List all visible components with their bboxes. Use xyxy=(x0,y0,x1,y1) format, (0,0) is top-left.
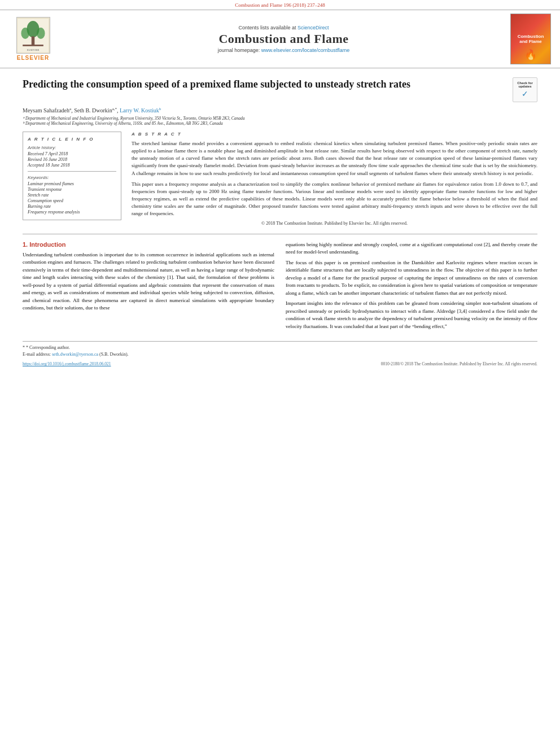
paper-content: Predicting the consumption speed of a pr… xyxy=(0,68,560,373)
svg-text:ELSEVIER: ELSEVIER xyxy=(27,49,40,51)
copyright-line: © 2018 The Combustion Institute. Publish… xyxy=(132,221,537,226)
intro-para-2: equations being highly nonlinear and str… xyxy=(286,241,537,256)
article-info-header: A R T I C L E I N F O xyxy=(28,137,116,142)
history-header: Article history: xyxy=(28,145,116,150)
abstract-paragraph-2: This paper uses a frequency response ana… xyxy=(132,181,537,217)
intro-body-right: equations being highly nonlinear and str… xyxy=(286,241,537,331)
email-link[interactable]: seth.dworkin@ryerson.ca xyxy=(52,352,98,357)
keyword-1: Laminar premixed flames xyxy=(28,181,116,186)
keyword-3: Stretch rate xyxy=(28,193,116,198)
introduction-title: 1. Introduction xyxy=(23,241,274,248)
svg-rect-5 xyxy=(23,45,43,46)
footer-section: * * Corresponding author. E-mail address… xyxy=(23,341,537,366)
cover-flame-icon: 🔥 xyxy=(511,49,550,61)
keyword-5: Burning rate xyxy=(28,204,116,209)
svg-point-3 xyxy=(21,27,29,38)
journal-cover: Combustionand Flame 🔥 xyxy=(510,14,551,64)
keywords-header: Keywords: xyxy=(28,175,116,180)
journal-header: ELSEVIER ELSEVIER Contents lists availab… xyxy=(0,10,560,68)
homepage-link[interactable]: www.elsevier.com/locate/combustflame xyxy=(261,47,350,53)
elsevier-logo-image: ELSEVIER xyxy=(16,17,50,54)
introduction-section: 1. Introduction Understanding turbulent … xyxy=(23,241,537,334)
doi-link[interactable]: https://doi.org/10.1016/j.combustflame.2… xyxy=(23,361,111,366)
top-bar: Combustion and Flame 196 (2018) 237–248 xyxy=(0,0,560,10)
homepage-line: journal homepage: www.elsevier.com/locat… xyxy=(63,47,505,53)
sciencedirect-link[interactable]: ScienceDirect xyxy=(298,25,329,30)
elsevier-logo: ELSEVIER ELSEVIER xyxy=(9,17,57,61)
intro-col-right: equations being highly nonlinear and str… xyxy=(286,241,537,334)
corresponding-note: * * Corresponding author. xyxy=(23,345,537,350)
journal-link[interactable]: Combustion and Flame xyxy=(235,2,282,8)
abstract-header: A B S T R A C T xyxy=(132,132,537,137)
affiliation-a: ᵃ Department of Mechanical and Industria… xyxy=(23,116,537,121)
intro-body-left: Understanding turbulent combustion is im… xyxy=(23,251,274,312)
doi-line: https://doi.org/10.1016/j.combustflame.2… xyxy=(23,361,111,366)
abstract-paragraph-1: The stretched laminar flame model provid… xyxy=(132,140,537,177)
section-divider xyxy=(23,234,537,234)
intro-col-left: 1. Introduction Understanding turbulent … xyxy=(23,241,274,334)
article-title-section: Predicting the consumption speed of a pr… xyxy=(23,75,537,102)
issn-line: 0010-2180/© 2018 The Combustion Institut… xyxy=(381,361,537,366)
email-suffix: (S.B. Dworkin). xyxy=(99,352,129,357)
affiliations: ᵃ Department of Mechanical and Industria… xyxy=(23,116,537,126)
intro-para-1: Understanding turbulent combustion is im… xyxy=(23,251,274,312)
contents-line: Contents lists available at ScienceDirec… xyxy=(63,25,505,30)
svg-rect-2 xyxy=(32,36,35,46)
author-kostiuk[interactable]: Larry W. Kostiukb xyxy=(120,107,161,113)
accepted-date: Accepted 18 June 2018 xyxy=(28,163,116,168)
volume-info: 196 (2018) 237–248 xyxy=(283,2,325,8)
abstract-text: The stretched laminar flame model provid… xyxy=(132,140,537,217)
info-divider xyxy=(28,171,116,172)
affiliation-b: ᵇ Department of Mechanical Engineering, … xyxy=(23,121,537,126)
authors-line: Meysam Sahafzadeha, Seth B. Dworkina,*, … xyxy=(23,107,537,113)
check-updates-label: Check for updates xyxy=(515,81,535,88)
revised-date: Revised 16 June 2018 xyxy=(28,157,116,162)
svg-point-4 xyxy=(37,27,45,38)
keyword-4: Consumption speed xyxy=(28,198,116,203)
email-line: E-mail address: seth.dworkin@ryerson.ca … xyxy=(23,352,537,357)
keyword-6: Frequency response analysis xyxy=(28,209,116,215)
cover-title: Combustionand Flame xyxy=(516,32,546,46)
article-info-column: A R T I C L E I N F O Article history: R… xyxy=(23,132,121,225)
article-title: Predicting the consumption speed of a pr… xyxy=(23,77,506,91)
article-info-abstract-row: A R T I C L E I N F O Article history: R… xyxy=(23,132,537,225)
journal-main-title: Combustion and Flame xyxy=(63,32,505,46)
elsevier-wordmark: ELSEVIER xyxy=(17,55,49,61)
intro-para-4: Important insights into the relevance of… xyxy=(286,300,537,330)
footer-bottom: https://doi.org/10.1016/j.combustflame.2… xyxy=(23,361,537,366)
check-updates-badge: Check for updates ✓ xyxy=(513,77,537,102)
keywords-list: Laminar premixed flames Transient respon… xyxy=(28,181,116,215)
keyword-2: Transient response xyxy=(28,187,116,192)
received-date: Received 7 April 2018 xyxy=(28,151,116,156)
journal-title-center: Contents lists available at ScienceDirec… xyxy=(63,25,505,53)
intro-para-3: The focus of this paper is on premixed c… xyxy=(286,259,537,298)
article-info-box: A R T I C L E I N F O Article history: R… xyxy=(23,132,121,220)
check-icon: ✓ xyxy=(522,89,528,98)
abstract-column: A B S T R A C T The stretched laminar fl… xyxy=(132,132,537,225)
